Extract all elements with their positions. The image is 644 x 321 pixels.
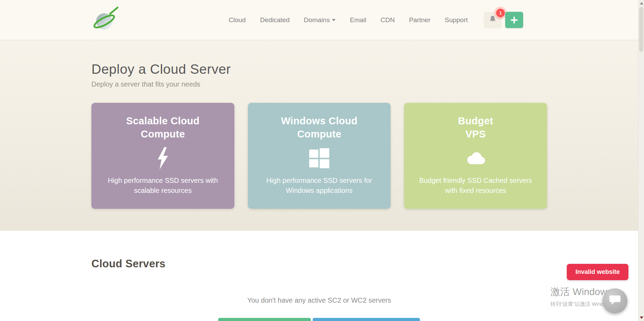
card-description: Budget friendly SSD Cached servers with …: [419, 176, 533, 196]
page-subtitle: Deploy a server that fits your needs: [91, 80, 547, 88]
main-nav: Cloud Dedicated Domains Email CDN Partne…: [229, 16, 468, 24]
card-title: Scalable Cloud Compute: [126, 115, 199, 141]
nav-item-label: Domains: [304, 16, 330, 24]
vertical-scrollbar[interactable]: [638, 0, 644, 321]
card-title: Budget VPS: [458, 115, 493, 141]
nav-item-domains[interactable]: Domains: [304, 16, 336, 24]
nav-item-label: Email: [350, 16, 366, 24]
card-windows-cloud-compute[interactable]: Windows Cloud Compute High performance S…: [248, 103, 391, 209]
notifications-button[interactable]: 1: [484, 12, 502, 28]
chevron-down-icon: [332, 19, 336, 21]
page-title: Deploy a Cloud Server: [91, 62, 547, 77]
brand-logo[interactable]: [91, 7, 120, 34]
scroll-up-icon[interactable]: [640, 2, 643, 5]
nav-item-label: CDN: [381, 16, 395, 24]
card-description: High performance SSD servers with scalab…: [106, 176, 220, 196]
notification-badge: 1: [496, 9, 505, 17]
page: Cloud Dedicated Domains Email CDN Partne…: [0, 0, 644, 321]
deploy-sc2-button[interactable]: [218, 318, 311, 321]
add-server-button[interactable]: [505, 12, 523, 28]
invalid-website-button[interactable]: Invalid website: [567, 264, 628, 280]
live-chat-button[interactable]: [602, 288, 627, 313]
nav-item-cdn[interactable]: CDN: [381, 16, 395, 24]
empty-servers-message: You don't have any active SC2 or WC2 ser…: [91, 296, 547, 304]
planet-logo-icon: [91, 6, 120, 34]
nav-item-dedicated[interactable]: Dedicated: [260, 16, 290, 24]
card-scalable-cloud-compute[interactable]: Scalable Cloud Compute High performance …: [91, 103, 234, 209]
deploy-cards-row: Scalable Cloud Compute High performance …: [91, 103, 547, 209]
card-title: Windows Cloud Compute: [281, 115, 357, 141]
scroll-down-icon[interactable]: [640, 316, 643, 319]
cloud-icon: [465, 146, 486, 170]
nav-item-label: Partner: [409, 16, 430, 24]
chat-bubble-icon: [609, 295, 621, 307]
windows-icon: [309, 146, 329, 170]
card-description: High performance SSD servers for Windows…: [262, 176, 376, 196]
nav-item-partner[interactable]: Partner: [409, 16, 430, 24]
deploy-wc2-button[interactable]: [313, 318, 420, 321]
deploy-hero-section: Deploy a Cloud Server Deploy a server th…: [0, 40, 644, 231]
nav-item-label: Support: [445, 16, 468, 24]
nav-item-support[interactable]: Support: [445, 16, 468, 24]
nav-item-label: Dedicated: [260, 16, 290, 24]
nav-item-email[interactable]: Email: [350, 16, 366, 24]
navbar-actions: 1: [484, 12, 523, 28]
scrollbar-thumb[interactable]: [639, 7, 643, 52]
cloud-servers-section: Cloud Servers You don't have any active …: [0, 231, 644, 304]
nav-item-label: Cloud: [229, 16, 246, 24]
card-budget-vps[interactable]: Budget VPS Budget friendly SSD Cached se…: [404, 103, 547, 209]
bell-icon: [488, 15, 497, 25]
nav-item-cloud[interactable]: Cloud: [229, 16, 246, 24]
lightning-icon: [156, 146, 169, 170]
section-title: Cloud Servers: [91, 258, 547, 270]
navbar: Cloud Dedicated Domains Email CDN Partne…: [0, 0, 644, 40]
